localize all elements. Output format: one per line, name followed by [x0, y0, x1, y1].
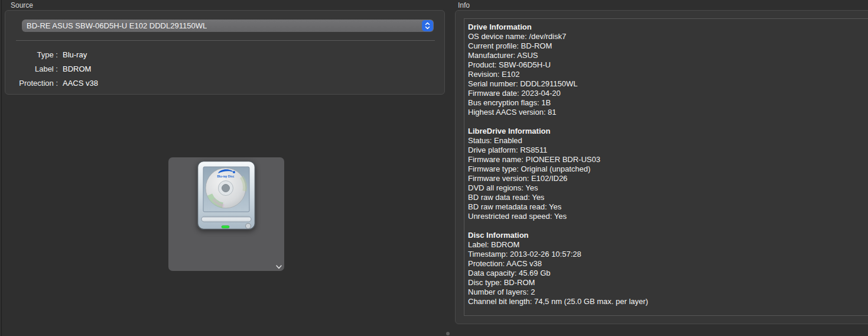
up-down-chevrons-icon: [424, 22, 431, 30]
info-section-disc: Disc Information Label: BDROM Timestamp:…: [468, 231, 868, 306]
source-field-protection: Protection : AACS v38: [5, 78, 444, 92]
field-value: AACS v38: [63, 78, 98, 89]
section-title: Disc Information: [468, 231, 868, 240]
info-section-libredrive: LibreDrive Information Status: Enabled D…: [468, 127, 868, 221]
svg-text:Blu-ray Disc: Blu-ray Disc: [217, 175, 234, 178]
section-title: Drive Information: [468, 22, 868, 32]
section-lines: OS device name: /dev/rdisk7 Current prof…: [468, 32, 868, 117]
open-disc-button[interactable]: Blu-ray Disc: [168, 157, 284, 271]
section-lines: Label: BDROM Timestamp: 2013-02-26 10:57…: [468, 240, 868, 306]
drive-selector-dropdown[interactable]: BD-RE ASUS SBW-06D5H-U E102 DDDL291150WL: [22, 20, 434, 32]
field-label: Protection :: [5, 78, 58, 89]
drive-selector-value: BD-RE ASUS SBW-06D5H-U E102 DDDL291150WL: [27, 21, 207, 30]
window-left-edge: [1, 0, 2, 336]
source-separator: [16, 40, 435, 41]
source-panel-caption: Source: [11, 1, 33, 9]
source-panel: BD-RE ASUS SBW-06D5H-U E102 DDDL291150WL…: [5, 10, 445, 95]
info-panel-caption: Info: [458, 1, 470, 9]
info-text: Drive Information OS device name: /dev/r…: [464, 19, 868, 306]
info-section-drive: Drive Information OS device name: /dev/r…: [468, 22, 868, 117]
info-text-area[interactable]: Drive Information OS device name: /dev/r…: [464, 18, 868, 316]
section-lines: Status: Enabled Drive platform: RS8511 F…: [468, 136, 868, 221]
field-label: Label :: [5, 64, 58, 75]
bluray-drive-icon: Blu-ray Disc: [197, 160, 256, 230]
field-value: Blu-ray: [63, 50, 87, 60]
dropdown-stepper-icon[interactable]: [422, 20, 433, 31]
section-title: LibreDrive Information: [468, 127, 868, 136]
source-field-label: Label : BDROM: [5, 64, 444, 78]
info-panel: Drive Information OS device name: /dev/r…: [455, 10, 868, 324]
source-field-type: Type : Blu-ray: [5, 50, 444, 64]
chevron-down-icon: [275, 263, 283, 271]
source-fields: Type : Blu-ray Label : BDROM Protection …: [5, 50, 444, 92]
field-value: BDROM: [63, 64, 91, 75]
field-label: Type :: [5, 50, 58, 60]
splitter-handle[interactable]: [446, 332, 450, 335]
